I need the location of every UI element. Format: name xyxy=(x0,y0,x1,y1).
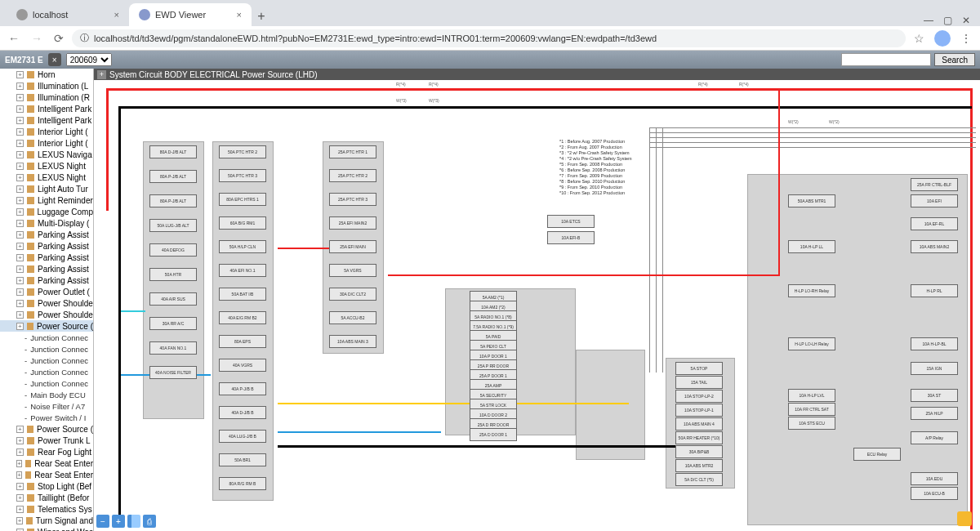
fuse[interactable]: 50A LUG-J/B ALT xyxy=(149,219,197,232)
expand-icon[interactable]: + xyxy=(16,494,24,502)
expand-icon[interactable]: + xyxy=(16,266,24,273)
tab-ewd-viewer[interactable]: EWD Viewer × xyxy=(129,3,252,26)
fuse[interactable]: 10A STOP-LP-2 xyxy=(675,390,723,403)
tree-item[interactable]: Junction Connec xyxy=(0,355,93,366)
fuse[interactable]: 10A ABS MAIN 4 xyxy=(675,417,723,431)
fuse[interactable]: 10A ABS MAIN2 xyxy=(911,240,958,253)
fuse[interactable]: 10A H-LP LL xyxy=(788,240,835,253)
expand-icon[interactable]: + xyxy=(16,117,24,124)
tree-item[interactable]: +Interior Light ( xyxy=(0,126,93,137)
tree-item[interactable]: +Illumination (L xyxy=(0,80,93,91)
fuse[interactable]: 15A IGN xyxy=(911,362,958,375)
tree-item[interactable]: Main Body ECU xyxy=(0,389,93,400)
expand-icon[interactable]: + xyxy=(16,220,24,227)
expand-icon[interactable]: + xyxy=(16,323,24,330)
fuse[interactable]: H-LP LO-RH Relay xyxy=(788,284,835,297)
expand-icon[interactable]: + xyxy=(16,471,22,479)
menu-icon[interactable]: ⋮ xyxy=(960,32,972,45)
expand-icon[interactable]: + xyxy=(16,105,24,113)
fuse[interactable]: 50A ABS MTR1 xyxy=(788,194,835,207)
fuse[interactable]: 10A ETCS xyxy=(547,215,595,228)
fuse[interactable]: 50A HTR xyxy=(149,268,197,281)
expand-icon[interactable]: + xyxy=(16,448,24,456)
fuse[interactable]: 40A E/G RM B2 xyxy=(219,311,266,324)
search-button[interactable]: Search xyxy=(934,53,975,66)
tree-item[interactable]: +Interior Light ( xyxy=(0,137,93,149)
tree-item[interactable]: +Stop Light (Bef xyxy=(0,480,93,492)
fuse[interactable]: 50A RR HEATER (*10) xyxy=(675,431,723,444)
tree-item[interactable]: +Parking Assist xyxy=(0,240,93,252)
fuse[interactable]: 10A ABS MAIN 3 xyxy=(329,335,376,348)
tree-item[interactable]: +Rear Seat Enter xyxy=(0,469,93,480)
expand-icon[interactable]: + xyxy=(16,243,24,250)
tree-item[interactable]: +Intelligent Park xyxy=(0,103,93,114)
fuse[interactable]: 50A BAT I/B xyxy=(219,288,266,301)
expand-icon[interactable]: + xyxy=(16,254,24,261)
expand-icon[interactable]: + xyxy=(16,300,24,307)
tree-item[interactable]: +Horn xyxy=(0,69,93,80)
expand-icon[interactable]: + xyxy=(16,288,24,296)
system-tree[interactable]: +Horn+Illumination (L+Illumination (R+In… xyxy=(0,69,94,531)
tree-item[interactable]: +Parking Assist xyxy=(0,274,93,286)
fuse[interactable]: 10A STS ECU xyxy=(788,417,835,430)
close-icon[interactable]: ✕ xyxy=(962,15,970,26)
expand-icon[interactable]: + xyxy=(16,128,24,136)
expand-icon[interactable]: + xyxy=(16,83,24,90)
wiring-diagram[interactable]: R(*4) R(*4) R(*4) R(*4) W(*3) W(*3) W(*2… xyxy=(94,80,980,531)
tree-item[interactable]: +Parking Assist xyxy=(0,252,93,263)
close-tool-icon[interactable]: × xyxy=(48,53,61,66)
fuse[interactable]: 25A FR CTRL-BLF xyxy=(911,178,958,191)
back-icon[interactable]: ← xyxy=(8,32,20,45)
tree-item[interactable]: Junction Connec xyxy=(0,377,93,389)
fuse[interactable]: 5A ACCU-B2 xyxy=(329,311,376,324)
search-input[interactable] xyxy=(841,53,931,66)
tree-item[interactable]: +LEXUS Night xyxy=(0,160,93,172)
fuse[interactable]: 80A P-J/B ALT xyxy=(149,194,197,207)
fuse[interactable]: 10A EF-RL xyxy=(911,217,958,230)
fuse[interactable]: H-LP LO-LH Relay xyxy=(788,337,835,350)
fuse[interactable]: 25A D DOOR 1 xyxy=(470,428,517,441)
tree-item[interactable]: +Wiper and Was xyxy=(0,526,93,531)
expand-icon[interactable]: + xyxy=(16,529,24,532)
tree-item[interactable]: +Luggage Comp xyxy=(0,206,93,217)
tree-item[interactable]: +Telematics Sys xyxy=(0,503,93,515)
print-icon[interactable]: ⎙ xyxy=(143,515,156,528)
tree-item[interactable]: +Power Source ( xyxy=(0,320,93,332)
tree-item[interactable]: +Power Shoulde xyxy=(0,309,93,320)
fuse[interactable]: 40A VGRS xyxy=(219,359,266,372)
fuse[interactable]: 40A D-J/B B xyxy=(219,406,266,419)
fuse[interactable]: 40A LUG-J/B B xyxy=(219,430,266,443)
new-tab-button[interactable]: + xyxy=(252,7,271,26)
fuse[interactable]: 80A EPC HTRS 1 xyxy=(219,193,266,206)
expand-icon[interactable]: + xyxy=(16,506,24,513)
zoom-fit-icon[interactable] xyxy=(127,515,140,528)
fuse[interactable]: ECU Relay xyxy=(853,448,901,461)
expand-icon[interactable]: + xyxy=(97,70,106,79)
fuse[interactable]: 25A PTC HTR 1 xyxy=(329,145,376,158)
fuse[interactable]: 30A ST xyxy=(911,389,958,402)
minimize-icon[interactable]: — xyxy=(924,15,933,26)
tree-item[interactable]: +LEXUS Naviga xyxy=(0,149,93,160)
reload-icon[interactable]: ⟳ xyxy=(54,32,64,45)
tree-item[interactable]: +Taillight (Befor xyxy=(0,492,93,503)
fuse[interactable]: 50A H/LP CLN xyxy=(219,240,266,253)
forward-icon[interactable]: → xyxy=(31,32,42,45)
profile-avatar[interactable] xyxy=(934,30,951,47)
tree-item[interactable]: +Light Auto Tur xyxy=(0,183,93,194)
tree-item[interactable]: +Illumination (R xyxy=(0,91,93,103)
tree-item[interactable]: +LEXUS Night xyxy=(0,172,93,183)
address-bar[interactable]: ⓘ localhost/td/td3ewd/pgm/standaloneEWD.… xyxy=(72,29,906,47)
fuse[interactable]: 25A EFI MAIN2 xyxy=(329,216,376,230)
expand-icon[interactable]: + xyxy=(16,140,24,147)
tree-item[interactable]: +Parking Assist xyxy=(0,229,93,240)
fuse[interactable]: 80A R/G RM B xyxy=(219,477,266,490)
expand-icon[interactable]: + xyxy=(16,311,24,319)
fuse[interactable]: 80A D-J/B ALT xyxy=(149,145,197,158)
expand-icon[interactable]: + xyxy=(16,437,24,444)
expand-icon[interactable]: + xyxy=(16,197,24,204)
fuse[interactable]: 80A P-J/B ALT xyxy=(149,170,197,183)
fuse[interactable]: H-LP RL xyxy=(911,284,958,297)
fuse[interactable]: 30A D/C CLT2 xyxy=(329,288,376,301)
tree-item[interactable]: +Parking Assist xyxy=(0,263,93,274)
fuse[interactable]: 60A B/G RM1 xyxy=(219,216,266,230)
